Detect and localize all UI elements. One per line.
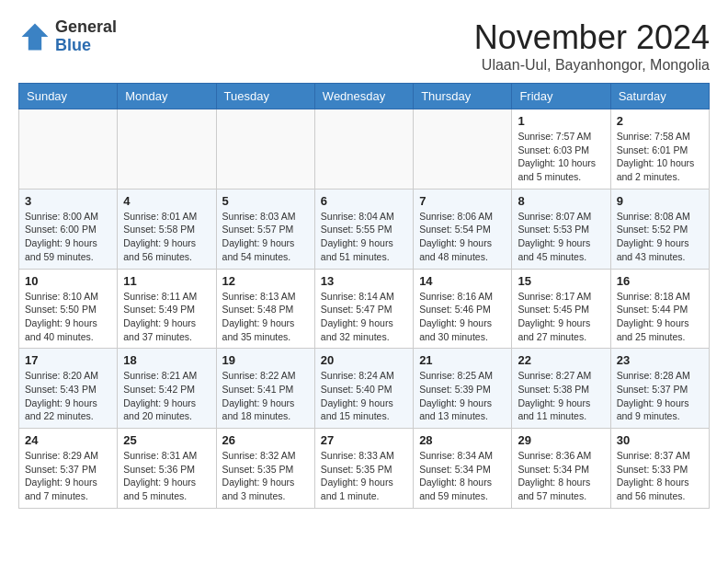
calendar-row: 17Sunrise: 8:20 AM Sunset: 5:43 PM Dayli… (19, 349, 710, 429)
calendar-row: 24Sunrise: 8:29 AM Sunset: 5:37 PM Dayli… (19, 429, 710, 509)
day-info: Sunrise: 8:00 AM Sunset: 6:00 PM Dayligh… (25, 210, 111, 264)
svg-marker-0 (22, 23, 49, 50)
day-number: 18 (123, 353, 210, 367)
table-row: 25Sunrise: 8:31 AM Sunset: 5:36 PM Dayli… (118, 429, 216, 509)
table-row: 12Sunrise: 8:13 AM Sunset: 5:48 PM Dayli… (216, 269, 314, 349)
day-number: 5 (222, 194, 309, 208)
table-row (314, 109, 413, 190)
day-number: 1 (518, 114, 604, 128)
table-row: 7Sunrise: 8:06 AM Sunset: 5:54 PM Daylig… (414, 189, 512, 269)
day-number: 3 (25, 194, 111, 208)
table-row: 8Sunrise: 8:07 AM Sunset: 5:53 PM Daylig… (512, 189, 610, 269)
table-row: 20Sunrise: 8:24 AM Sunset: 5:40 PM Dayli… (314, 349, 413, 429)
table-row: 3Sunrise: 8:00 AM Sunset: 6:00 PM Daylig… (19, 189, 118, 269)
col-friday: Friday (512, 84, 610, 109)
day-info: Sunrise: 8:32 AM Sunset: 5:35 PM Dayligh… (222, 449, 309, 503)
col-monday: Monday (118, 84, 216, 109)
day-info: Sunrise: 8:13 AM Sunset: 5:48 PM Dayligh… (222, 290, 309, 344)
day-info: Sunrise: 8:04 AM Sunset: 5:55 PM Dayligh… (321, 210, 407, 264)
table-row: 23Sunrise: 8:28 AM Sunset: 5:37 PM Dayli… (610, 349, 709, 429)
table-row: 15Sunrise: 8:17 AM Sunset: 5:45 PM Dayli… (512, 269, 610, 349)
title-section: November 2024 Ulaan-Uul, Bayanhongor, Mo… (474, 18, 710, 74)
table-row: 2Sunrise: 7:58 AM Sunset: 6:01 PM Daylig… (610, 109, 709, 190)
day-number: 12 (222, 274, 309, 288)
day-info: Sunrise: 8:31 AM Sunset: 5:36 PM Dayligh… (123, 449, 210, 503)
day-number: 15 (518, 274, 604, 288)
day-number: 28 (419, 433, 506, 447)
day-info: Sunrise: 8:28 AM Sunset: 5:37 PM Dayligh… (617, 369, 703, 423)
table-row: 9Sunrise: 8:08 AM Sunset: 5:52 PM Daylig… (610, 189, 709, 269)
day-number: 24 (25, 433, 111, 447)
day-info: Sunrise: 8:37 AM Sunset: 5:33 PM Dayligh… (617, 449, 703, 503)
day-number: 17 (25, 353, 111, 367)
table-row: 18Sunrise: 8:21 AM Sunset: 5:42 PM Dayli… (118, 349, 216, 429)
day-info: Sunrise: 8:10 AM Sunset: 5:50 PM Dayligh… (25, 290, 111, 344)
table-row: 14Sunrise: 8:16 AM Sunset: 5:46 PM Dayli… (414, 269, 512, 349)
day-info: Sunrise: 8:01 AM Sunset: 5:58 PM Dayligh… (123, 210, 210, 264)
day-number: 19 (222, 353, 309, 367)
location: Ulaan-Uul, Bayanhongor, Mongolia (474, 57, 710, 74)
calendar-row: 3Sunrise: 8:00 AM Sunset: 6:00 PM Daylig… (19, 189, 710, 269)
month-title: November 2024 (474, 18, 710, 57)
table-row: 1Sunrise: 7:57 AM Sunset: 6:03 PM Daylig… (512, 109, 610, 190)
logo-text: General Blue (55, 18, 117, 55)
day-number: 25 (123, 433, 210, 447)
table-row: 19Sunrise: 8:22 AM Sunset: 5:41 PM Dayli… (216, 349, 314, 429)
table-row: 10Sunrise: 8:10 AM Sunset: 5:50 PM Dayli… (19, 269, 118, 349)
calendar-row: 10Sunrise: 8:10 AM Sunset: 5:50 PM Dayli… (19, 269, 710, 349)
table-row: 27Sunrise: 8:33 AM Sunset: 5:35 PM Dayli… (314, 429, 413, 509)
table-row: 16Sunrise: 8:18 AM Sunset: 5:44 PM Dayli… (610, 269, 709, 349)
table-row: 6Sunrise: 8:04 AM Sunset: 5:55 PM Daylig… (314, 189, 413, 269)
day-info: Sunrise: 8:21 AM Sunset: 5:42 PM Dayligh… (123, 369, 210, 423)
day-number: 21 (419, 353, 506, 367)
table-row: 5Sunrise: 8:03 AM Sunset: 5:57 PM Daylig… (216, 189, 314, 269)
col-saturday: Saturday (610, 84, 709, 109)
day-info: Sunrise: 8:03 AM Sunset: 5:57 PM Dayligh… (222, 210, 309, 264)
table-row: 26Sunrise: 8:32 AM Sunset: 5:35 PM Dayli… (216, 429, 314, 509)
day-number: 20 (321, 353, 407, 367)
calendar-table: Sunday Monday Tuesday Wednesday Thursday… (18, 83, 710, 509)
table-row: 11Sunrise: 8:11 AM Sunset: 5:49 PM Dayli… (118, 269, 216, 349)
day-info: Sunrise: 8:14 AM Sunset: 5:47 PM Dayligh… (321, 290, 407, 344)
table-row: 22Sunrise: 8:27 AM Sunset: 5:38 PM Dayli… (512, 349, 610, 429)
day-number: 6 (321, 194, 407, 208)
day-info: Sunrise: 8:27 AM Sunset: 5:38 PM Dayligh… (518, 369, 604, 423)
day-number: 29 (518, 433, 604, 447)
table-row: 13Sunrise: 8:14 AM Sunset: 5:47 PM Dayli… (314, 269, 413, 349)
table-row: 24Sunrise: 8:29 AM Sunset: 5:37 PM Dayli… (19, 429, 118, 509)
table-row: 28Sunrise: 8:34 AM Sunset: 5:34 PM Dayli… (414, 429, 512, 509)
day-info: Sunrise: 8:11 AM Sunset: 5:49 PM Dayligh… (123, 290, 210, 344)
day-number: 13 (321, 274, 407, 288)
logo: General Blue (18, 18, 117, 55)
day-info: Sunrise: 7:57 AM Sunset: 6:03 PM Dayligh… (518, 130, 604, 184)
col-tuesday: Tuesday (216, 84, 314, 109)
day-info: Sunrise: 8:29 AM Sunset: 5:37 PM Dayligh… (25, 449, 111, 503)
day-number: 10 (25, 274, 111, 288)
table-row (414, 109, 512, 190)
table-row: 4Sunrise: 8:01 AM Sunset: 5:58 PM Daylig… (118, 189, 216, 269)
day-number: 27 (321, 433, 407, 447)
day-info: Sunrise: 8:06 AM Sunset: 5:54 PM Dayligh… (419, 210, 506, 264)
day-info: Sunrise: 8:24 AM Sunset: 5:40 PM Dayligh… (321, 369, 407, 423)
day-number: 7 (419, 194, 506, 208)
table-row (216, 109, 314, 190)
logo-icon (18, 20, 51, 53)
day-number: 16 (617, 274, 703, 288)
table-row: 21Sunrise: 8:25 AM Sunset: 5:39 PM Dayli… (414, 349, 512, 429)
col-sunday: Sunday (19, 84, 118, 109)
table-row: 29Sunrise: 8:36 AM Sunset: 5:34 PM Dayli… (512, 429, 610, 509)
day-number: 14 (419, 274, 506, 288)
day-info: Sunrise: 8:34 AM Sunset: 5:34 PM Dayligh… (419, 449, 506, 503)
col-thursday: Thursday (414, 84, 512, 109)
day-info: Sunrise: 8:18 AM Sunset: 5:44 PM Dayligh… (617, 290, 703, 344)
day-number: 4 (123, 194, 210, 208)
calendar-row: 1Sunrise: 7:57 AM Sunset: 6:03 PM Daylig… (19, 109, 710, 190)
day-info: Sunrise: 8:07 AM Sunset: 5:53 PM Dayligh… (518, 210, 604, 264)
day-info: Sunrise: 8:22 AM Sunset: 5:41 PM Dayligh… (222, 369, 309, 423)
table-row: 30Sunrise: 8:37 AM Sunset: 5:33 PM Dayli… (610, 429, 709, 509)
day-info: Sunrise: 8:08 AM Sunset: 5:52 PM Dayligh… (617, 210, 703, 264)
day-info: Sunrise: 8:33 AM Sunset: 5:35 PM Dayligh… (321, 449, 407, 503)
day-info: Sunrise: 8:25 AM Sunset: 5:39 PM Dayligh… (419, 369, 506, 423)
day-number: 26 (222, 433, 309, 447)
table-row: 17Sunrise: 8:20 AM Sunset: 5:43 PM Dayli… (19, 349, 118, 429)
